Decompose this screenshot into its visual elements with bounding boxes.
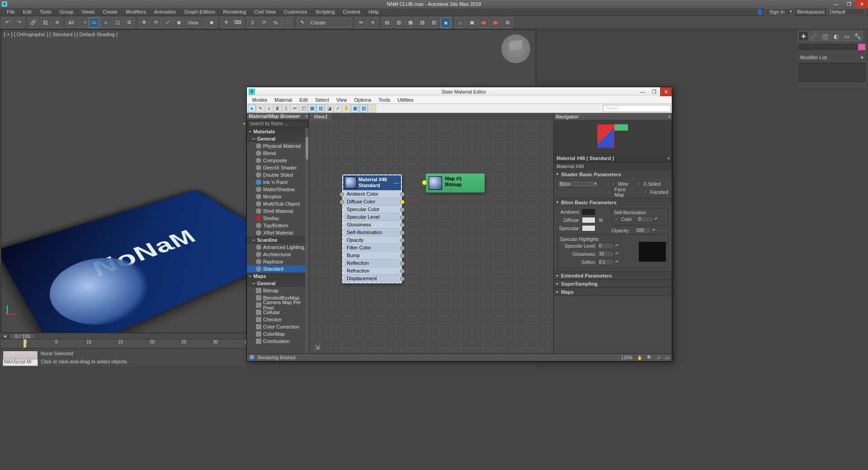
slate-close[interactable]: ✕ [660, 87, 672, 96]
select-object-button[interactable]: ▭ [89, 17, 99, 28]
spec-level-spinner[interactable]: 0 [598, 243, 614, 249]
browser-cat-materials[interactable]: − Materials [247, 128, 309, 135]
motion-tab[interactable]: ◐ [831, 31, 841, 41]
menu-file[interactable]: File [3, 8, 19, 16]
browser-subcat-scanline[interactable]: − Scanline [247, 236, 309, 244]
slate-menu-select[interactable]: Select [311, 97, 333, 103]
maximize-button[interactable]: ❐ [843, 0, 855, 8]
specular-swatch[interactable] [582, 225, 595, 231]
opacity-spinner[interactable]: 100 [635, 227, 651, 234]
browser-close-icon[interactable]: × [305, 114, 308, 119]
slate-menu-edit[interactable]: Edit [296, 97, 311, 103]
viewcube-icon[interactable] [501, 34, 530, 63]
time-slider-value[interactable]: 0 / 100 [9, 333, 36, 339]
material-node-header[interactable]: Material #48Standard — [343, 175, 401, 190]
render-online-button[interactable]: ⊞ [502, 17, 513, 28]
slate-pan-button[interactable]: ✋ [342, 104, 350, 113]
rotate-button[interactable]: ⟲ [150, 17, 161, 28]
signin-dropdown[interactable]: Sign In [765, 8, 794, 15]
snap-toggle-button[interactable]: 3 [247, 17, 258, 28]
menu-customize[interactable]: Customize [280, 8, 311, 16]
modify-tab[interactable]: ☄ [809, 31, 819, 41]
material-name-field[interactable]: Material #48 [554, 162, 672, 170]
node-collapse-icon[interactable]: — [394, 180, 399, 185]
slate-delete-button[interactable]: 🗑 [274, 104, 282, 113]
display-tab[interactable]: ▭ [842, 31, 852, 41]
slate-menu-view[interactable]: View [333, 97, 351, 103]
menu-rendering[interactable]: Rendering [219, 8, 250, 16]
place-button[interactable]: ◉ [174, 17, 184, 28]
menu-help[interactable]: Help [364, 8, 383, 16]
material-node[interactable]: Material #48Standard — Ambient Color Dif… [342, 174, 402, 283]
slate-zoom-ext-button[interactable]: ⤢ [334, 104, 342, 113]
rollout-header[interactable]: Maps [554, 288, 672, 296]
named-selection-dropdown[interactable]: Create Selection Se [308, 18, 352, 28]
workspace-dropdown[interactable]: Default [827, 8, 865, 15]
selfillum-color-checkbox[interactable] [614, 217, 618, 221]
menu-civil-view[interactable]: Civil View [250, 8, 279, 16]
soften-spinner[interactable]: 0.1 [598, 259, 614, 265]
bitmap-node[interactable]: Map #1Bitmap [426, 174, 485, 193]
pivot-button[interactable]: ◆ [206, 17, 217, 28]
percent-snap-button[interactable]: % [270, 17, 281, 28]
slate-nav-region-icon[interactable]: ▭ [665, 355, 669, 360]
rect-region-button[interactable]: ◫ [112, 17, 123, 28]
menu-tools[interactable]: Tools [36, 8, 56, 16]
minimize-button[interactable]: — [830, 0, 843, 8]
rollout-header[interactable]: Extended Parameters [554, 272, 672, 279]
maxscript-listener[interactable]: MAXScript Mi [3, 359, 38, 366]
slate-show-shaded-button[interactable]: ▨ [316, 104, 325, 113]
slate-titlebar[interactable]: 3 Slate Material Editor — ❐ ✕ [247, 87, 672, 96]
rollout-header[interactable]: Shader Basic Parameters [554, 170, 672, 178]
browser-subcat-general[interactable]: − General [247, 135, 309, 142]
render-button[interactable]: 🫖 [478, 17, 489, 28]
node-canvas[interactable]: Material #48Standard — Ambient Color Dif… [309, 120, 553, 353]
render-frame-button[interactable]: ▣ [467, 17, 477, 28]
slate-menu-modes[interactable]: Modes [249, 97, 271, 103]
mirror-button[interactable]: ⇋ [355, 17, 366, 28]
selection-filter-dropdown[interactable]: All [66, 18, 88, 28]
slate-show-map-button[interactable]: ▩ [308, 104, 316, 113]
shader-dropdown[interactable]: Blinn [557, 180, 598, 188]
menu-animation[interactable]: Animation [150, 8, 180, 16]
navigator-view[interactable] [554, 120, 672, 154]
slate-move-children-button[interactable]: ▯ [282, 104, 290, 113]
slate-menu-material[interactable]: Material [271, 97, 296, 103]
slate-pick-button[interactable]: ✎ [256, 104, 264, 113]
object-color-swatch[interactable] [858, 44, 865, 50]
unlink-button[interactable]: ⛓ [40, 17, 51, 28]
browser-tree[interactable]: − Materials − General Physical Material … [247, 128, 309, 353]
slate-zoom[interactable]: 116% [621, 355, 632, 360]
slate-menu-tools[interactable]: Tools [375, 97, 394, 103]
select-by-name-button[interactable]: ≡ [100, 17, 111, 28]
diffuse-swatch[interactable] [582, 217, 595, 223]
spinner-snap-button[interactable]: ⋮ [282, 17, 293, 28]
time-slider-start[interactable]: ◂ [1, 333, 9, 339]
close-button[interactable]: ✕ [855, 0, 868, 8]
material-editor-button[interactable]: ◙ [440, 17, 451, 28]
slate-hide-unused-button[interactable]: ≔ [291, 104, 299, 113]
render-setup-button[interactable]: ☼ [455, 17, 466, 28]
keyboard-shortcut-button[interactable]: ⌨ [232, 17, 243, 28]
faceted-checkbox[interactable] [643, 190, 648, 194]
ribbon-button[interactable]: ▨ [429, 17, 439, 28]
curve-editor-button[interactable]: ▦ [405, 17, 416, 28]
redo-button[interactable]: ↷ [14, 17, 24, 28]
angle-snap-button[interactable]: ⟳ [259, 17, 269, 28]
create-tab[interactable]: ✚ [798, 31, 808, 41]
rollout-header[interactable]: SuperSampling [554, 280, 672, 287]
ref-coord-dropdown[interactable]: View [185, 18, 205, 28]
move-button[interactable]: ✥ [138, 17, 149, 28]
selfillum-spinner[interactable]: 0 [637, 216, 653, 222]
browser-subcat-maps-general[interactable]: − General [247, 280, 309, 287]
menu-edit[interactable]: Edit [19, 8, 36, 16]
ambient-swatch[interactable] [582, 209, 595, 215]
layer-explorer-button[interactable]: ▥ [393, 17, 404, 28]
browser-scrollbar[interactable] [305, 128, 309, 353]
gloss-spinner[interactable]: 10 [598, 251, 614, 257]
slate-show-in-viewport-button[interactable]: ◫ [299, 104, 307, 113]
manipulate-button[interactable]: ✢ [221, 17, 231, 28]
align-button[interactable]: ≑ [367, 17, 378, 28]
slate-material-id-button[interactable]: ✨ [368, 104, 376, 113]
schematic-button[interactable]: ▧ [417, 17, 428, 28]
